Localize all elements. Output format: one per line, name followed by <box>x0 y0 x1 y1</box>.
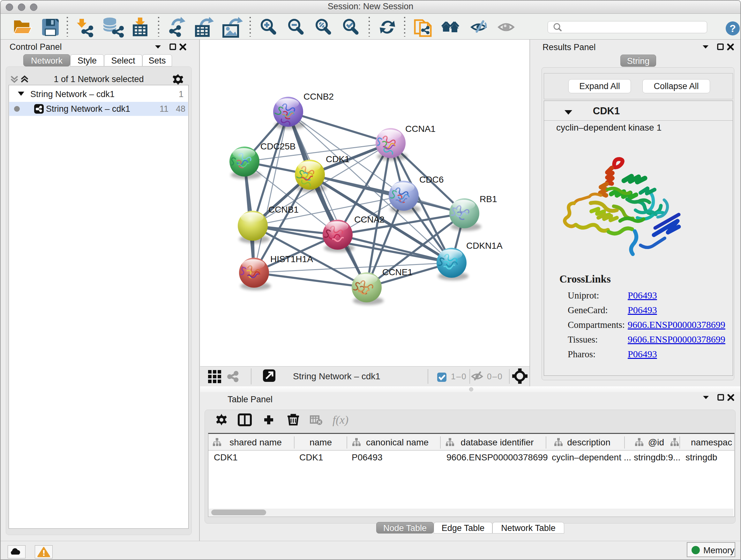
svg-text:CDC6: CDC6 <box>419 175 444 185</box>
svg-text:CDC25B: CDC25B <box>260 141 295 151</box>
svg-text:canonical name: canonical name <box>366 437 428 447</box>
svg-text:CCNB1: CCNB1 <box>268 205 299 214</box>
svg-text:@id: @id <box>648 437 664 447</box>
svg-text:namespac: namespac <box>691 437 732 447</box>
svg-text:CDK1: CDK1 <box>326 154 350 164</box>
svg-text:description: description <box>567 437 610 447</box>
svg-text:shared name: shared name <box>229 437 281 447</box>
svg-text:CCNB2: CCNB2 <box>304 91 334 102</box>
svg-text:CCNE1: CCNE1 <box>382 267 413 277</box>
svg-text:HIST1H1A: HIST1H1A <box>270 254 313 264</box>
svg-text:CCNA2: CCNA2 <box>354 214 385 225</box>
svg-text:0 – 0: 0 – 0 <box>487 372 502 381</box>
svg-text:String Network – cdk1: String Network – cdk1 <box>293 371 381 381</box>
svg-text:CCNA1: CCNA1 <box>405 124 435 134</box>
svg-text:f(x): f(x) <box>333 414 348 426</box>
svg-text:?: ? <box>730 23 736 34</box>
svg-text:CDKN1A: CDKN1A <box>466 241 502 251</box>
svg-text:1 – 0: 1 – 0 <box>451 372 466 381</box>
svg-text:name: name <box>310 437 332 447</box>
svg-text:database identifier: database identifier <box>461 437 534 447</box>
svg-text:RB1: RB1 <box>480 194 497 204</box>
